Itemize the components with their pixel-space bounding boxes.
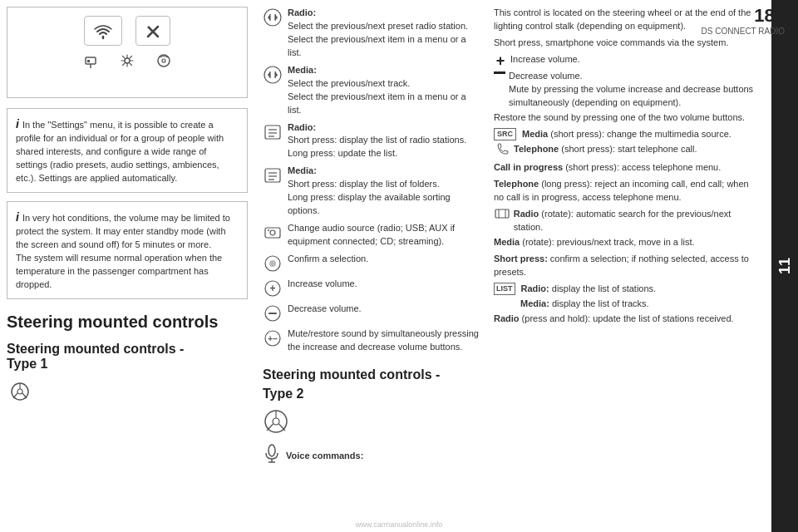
svg-point-41 <box>273 418 279 425</box>
confirm-text: Confirm a selection. <box>288 254 368 264</box>
right-column: This control is located on the steering … <box>489 7 765 525</box>
prev-next-icon-2 <box>263 65 283 85</box>
confirm-icon <box>263 254 283 273</box>
src-badge-1: SRC <box>494 128 516 140</box>
type2-icon-row <box>263 409 482 434</box>
radio-prevnext-text: Select the previous/next preset radio st… <box>288 21 468 57</box>
svg-point-45 <box>268 445 275 456</box>
prev-next-icon-1 <box>263 7 283 27</box>
list-media-text: Media: display the list of tracks. <box>520 298 649 311</box>
vol-down-icon <box>263 303 283 323</box>
vol-down-text: Decrease volume. <box>288 303 362 313</box>
src-media-text: Media (short press): change the multimed… <box>522 128 732 141</box>
mid-text-media-prevnext: Media: Select the previous/next track.Se… <box>288 64 482 117</box>
list-icon-1 <box>263 122 283 142</box>
svg-line-44 <box>279 424 286 431</box>
mid-item-media-prevnext: Media: Select the previous/next track.Se… <box>263 64 482 117</box>
diagram-box <box>7 7 248 98</box>
list-radio-text: Radio: display the list of stations. <box>521 283 657 296</box>
vol-up-icon: + <box>263 278 283 298</box>
phone-icon <box>494 143 510 160</box>
right-minus-row: Decrease volume. Mute by pressing the vo… <box>494 70 760 110</box>
svg-point-33 <box>269 260 276 267</box>
voice-commands-row: Voice commands: <box>263 443 482 470</box>
mid-text-confirm: Confirm a selection. <box>288 253 482 266</box>
bluetooth-icon <box>135 16 170 46</box>
steering-icon-row <box>7 382 248 401</box>
section-heading: Steering mounted controls <box>7 313 248 332</box>
info-text-1: In the "Settings" menu, it is possible t… <box>16 120 224 183</box>
svg-text:+: + <box>269 283 275 294</box>
mid-item-radio-list: Radio: Short press: display the list of … <box>263 121 482 161</box>
subsection-heading-1: Steering mounted controls -Type 1 <box>7 342 248 372</box>
radio-label-1: Radio: <box>288 7 316 17</box>
mid-item-radio-prevnext: Radio: Select the previous/next preset r… <box>263 7 482 60</box>
plus-icon: + <box>494 53 507 68</box>
right-restore: Restore the sound by pressing one of the… <box>494 111 760 125</box>
svg-rect-25 <box>265 169 280 182</box>
info-box-1: iIn the "Settings" menu, it is possible … <box>7 108 248 193</box>
cd-icon <box>152 52 175 69</box>
main-content: iIn the "Settings" menu, it is possible … <box>0 0 771 532</box>
mid-text-radio-list: Radio: Short press: display the list of … <box>288 121 482 161</box>
vol-up-text: Increase volume. <box>288 278 357 288</box>
svg-line-43 <box>267 424 273 431</box>
chapter-tab: 11 <box>771 0 798 532</box>
right-call-in-progress: Call in progress (short press): access t… <box>494 161 760 175</box>
right-short-press: Short press, smartphone voice commands v… <box>494 37 760 50</box>
mid-item-media-list: Media: Short press: display the list of … <box>263 165 482 218</box>
svg-point-30 <box>270 230 275 235</box>
mid-item-confirm: Confirm a selection. <box>263 253 482 273</box>
mute-icon: +– <box>263 328 283 348</box>
voice-icon <box>263 443 281 470</box>
mid-item-vol-up: + Increase volume. <box>263 278 482 298</box>
svg-point-4 <box>158 55 170 66</box>
radio-label-2: Radio: <box>288 122 316 132</box>
svg-rect-2 <box>87 60 90 62</box>
mid-text-vol-up: Increase volume. <box>288 278 482 291</box>
svg-rect-21 <box>265 126 280 139</box>
mid-text-media-list: Media: Short press: display the list of … <box>288 165 482 218</box>
media-prevnext-text: Select the previous/next track.Select th… <box>288 78 466 115</box>
mid-text-source: Change audio source (radio; USB; AUX if … <box>288 222 482 249</box>
mid-item-vol-down: Decrease volume. <box>263 303 482 323</box>
media-label-2: Media: <box>288 165 317 175</box>
svg-rect-0 <box>86 57 96 64</box>
right-intro: This control is located on the steering … <box>494 7 760 33</box>
right-list-media: Media: display the list of tracks. <box>494 298 760 311</box>
minus-icon <box>494 71 505 74</box>
svg-point-3 <box>125 58 130 63</box>
radio-list-text: Short press: display the list of radio s… <box>288 135 466 158</box>
media-list-text: Short press: display the list of folders… <box>288 179 451 215</box>
svg-point-5 <box>162 59 165 62</box>
svg-rect-29 <box>265 228 280 238</box>
diagram-row-1 <box>84 16 170 46</box>
steering-wheel-icon-2 <box>263 409 289 434</box>
svg-text:+–: +– <box>268 334 278 343</box>
right-short-press-confirm: Short press: confirm a selection; if not… <box>494 253 760 279</box>
middle-column: Radio: Select the previous/next preset r… <box>256 7 489 525</box>
watermark: www.carmanualonline.info <box>356 520 443 529</box>
svg-rect-48 <box>495 209 509 218</box>
info-letter-1: i <box>16 117 19 131</box>
mid-item-mute: +– Mute/restore sound by simultaneously … <box>263 328 482 354</box>
svg-point-16 <box>264 66 281 83</box>
svg-point-11 <box>264 9 281 26</box>
source-icon <box>263 223 283 243</box>
voice-commands-label: Voice commands: <box>286 450 363 463</box>
svg-point-31 <box>268 229 269 231</box>
right-radio-hold: Radio (press and hold): update the list … <box>494 313 760 326</box>
right-telephone-long: Telephone (long press): reject an incomi… <box>494 178 760 204</box>
left-column: iIn the "Settings" menu, it is possible … <box>7 7 256 525</box>
diagram-row-2 <box>79 52 175 69</box>
increase-label: Increase volume. <box>510 53 580 66</box>
phone-text: Telephone (short press): start telephone… <box>514 143 697 156</box>
mute-text: Mute/restore sound by simultaneously pre… <box>288 328 479 352</box>
usb-icon <box>79 52 102 69</box>
info-letter-2: i <box>16 210 19 224</box>
mid-text-mute: Mute/restore sound by simultaneously pre… <box>288 328 482 354</box>
list-icon-2 <box>263 165 283 185</box>
mid-text-vol-down: Decrease volume. <box>288 303 482 316</box>
right-radio-rotate: Radio (rotate): automatic search for the… <box>494 208 760 234</box>
mid-text-radio-prevnext: Radio: Select the previous/next preset r… <box>288 7 482 60</box>
